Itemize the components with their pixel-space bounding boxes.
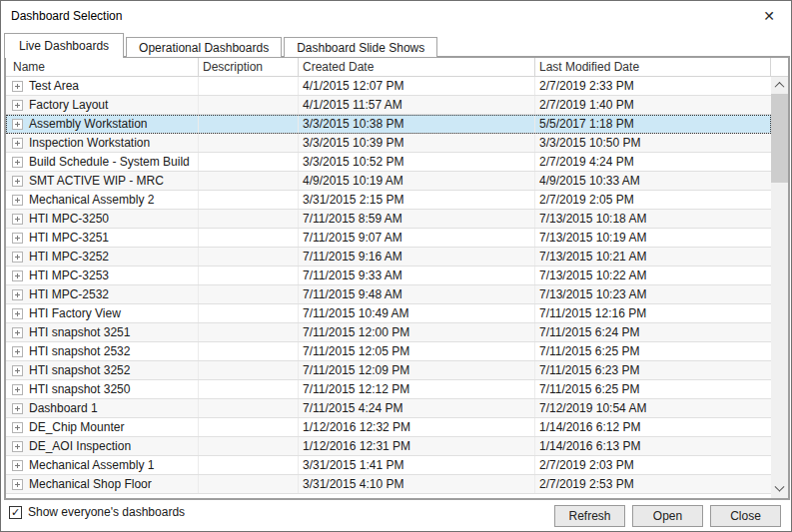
dashboard-name: HTI snapshot 3252 [29,363,130,377]
vertical-scrollbar[interactable] [771,77,788,498]
table-row[interactable]: HTI snapshot 3252 7/11/2015 12:09 PM 7/1… [6,361,771,380]
table-row[interactable]: Build Schedule - System Build 3/3/2015 1… [6,153,771,172]
expand-icon[interactable] [12,479,23,490]
created-date-cell: 7/11/2015 9:07 AM [299,229,535,247]
table-row[interactable]: HTI snapshot 2532 7/11/2015 12:05 PM 7/1… [6,342,771,361]
show-everyones-dashboards-checkbox[interactable]: ✓ [9,506,22,519]
expand-icon[interactable] [12,233,23,244]
created-date: 7/11/2015 12:00 PM [303,325,409,339]
modified-date-cell: 2/7/2019 2:03 PM [535,456,771,474]
scrollbar-thumb[interactable] [771,94,788,183]
last-modified-date: 7/11/2015 6:25 PM [539,344,640,358]
scroll-up-button[interactable] [771,77,788,94]
table-row[interactable]: Assembly Workstation 3/3/2015 10:38 PM 5… [6,115,771,134]
expand-icon[interactable] [12,441,23,452]
name-cell: HTI snapshot 3252 [6,361,199,379]
expand-icon[interactable] [12,138,23,149]
expand-icon[interactable] [12,270,23,281]
table-row[interactable]: Test Area 4/1/2015 12:07 PM 2/7/2019 2:3… [6,77,771,96]
table-row[interactable]: Mechanical Shop Floor 3/31/2015 4:10 PM … [6,475,771,494]
modified-date-cell: 7/13/2015 10:19 AM [535,229,771,247]
tab-strip: Live Dashboards Operational Dashboards D… [4,33,439,58]
expand-icon[interactable] [12,346,23,357]
open-button[interactable]: Open [632,505,703,527]
tab-dashboard-slide-shows[interactable]: Dashboard Slide Shows [284,37,437,58]
close-dialog-button[interactable]: Close [710,505,781,527]
expand-icon[interactable] [12,81,23,92]
show-everyones-dashboards-option[interactable]: ✓ Show everyone's dashboards [9,505,185,519]
created-date: 3/3/2015 10:38 PM [303,117,403,131]
description-cell [199,172,299,190]
close-button[interactable]: ✕ [757,5,781,27]
table-row[interactable]: Factory Layout 4/1/2015 11:57 AM 2/7/201… [6,96,771,115]
expand-icon[interactable] [12,365,23,376]
expand-icon[interactable] [12,403,23,414]
refresh-button[interactable]: Refresh [554,505,625,527]
dashboard-name: HTI Factory View [29,306,121,320]
expand-icon[interactable] [12,327,23,338]
name-cell: HTI Factory View [6,304,199,322]
table-row[interactable]: HTI Factory View 7/11/2015 10:49 AM 7/11… [6,304,771,323]
table-row[interactable]: SMT ACTIVE WIP - MRC 4/9/2015 10:19 AM 4… [6,172,771,191]
table-row[interactable]: HTI snapshot 3251 7/11/2015 12:00 PM 7/1… [6,323,771,342]
created-date-cell: 4/9/2015 10:19 AM [299,172,535,190]
expand-icon[interactable] [12,252,23,263]
dashboard-selection-dialog: Dashboard Selection ✕ Live Dashboards Op… [0,0,792,532]
column-header-stub [771,58,788,76]
expand-icon[interactable] [12,308,23,319]
created-date-cell: 7/11/2015 12:05 PM [299,342,535,360]
dashboard-name: SMT ACTIVE WIP - MRC [29,174,164,188]
column-header-created-date[interactable]: Created Date [299,58,535,76]
table-row[interactable]: Inspection Workstation 3/3/2015 10:39 PM… [6,134,771,153]
expand-icon[interactable] [12,157,23,168]
table-row[interactable]: Mechanical Assembly 1 3/31/2015 1:41 PM … [6,456,771,475]
tab-live-dashboards[interactable]: Live Dashboards [4,33,124,58]
column-header-last-modified-date[interactable]: Last Modified Date [535,58,771,76]
expand-icon[interactable] [12,195,23,206]
name-cell: HTI MPC-2532 [6,285,199,303]
dashboard-name: HTI snapshot 2532 [29,344,130,358]
table-row[interactable]: HTI MPC-2532 7/11/2015 9:48 AM 7/13/2015… [6,285,771,304]
name-cell: Dashboard 1 [6,399,199,417]
created-date: 3/31/2015 1:41 PM [303,458,403,472]
expand-icon[interactable] [12,289,23,300]
modified-date-cell: 1/14/2016 6:12 PM [535,418,771,436]
expand-icon[interactable] [12,384,23,395]
table-row[interactable]: DE_Chip Mounter 1/12/2016 12:32 PM 1/14/… [6,418,771,437]
name-cell: HTI snapshot 3251 [6,323,199,341]
table-row[interactable]: HTI MPC-3251 7/11/2015 9:07 AM 7/13/2015… [6,229,771,248]
created-date: 3/3/2015 10:52 PM [303,155,403,169]
table-row[interactable]: Mechanical Assembly 2 3/31/2015 2:15 PM … [6,191,771,210]
scroll-down-button[interactable] [771,481,788,498]
table-row[interactable]: HTI MPC-3250 7/11/2015 8:59 AM 7/13/2015… [6,210,771,229]
column-header-description[interactable]: Description [199,58,299,76]
name-cell: HTI snapshot 3250 [6,380,199,398]
expand-icon[interactable] [12,176,23,187]
expand-icon[interactable] [12,422,23,433]
created-date-cell: 4/1/2015 11:57 AM [299,96,535,114]
table-row[interactable]: HTI snapshot 3250 7/11/2015 12:12 PM 7/1… [6,380,771,399]
last-modified-date: 7/11/2015 6:25 PM [539,382,640,396]
tab-operational-dashboards[interactable]: Operational Dashboards [126,37,282,58]
expand-icon[interactable] [12,119,23,130]
checkbox-label: Show everyone's dashboards [28,505,185,519]
column-header-name[interactable]: Name [6,58,199,76]
table-row[interactable]: DE_AOI Inspection 1/12/2016 12:31 PM 1/1… [6,437,771,456]
table-row[interactable]: HTI MPC-3252 7/11/2015 9:16 AM 7/13/2015… [6,248,771,266]
expand-icon[interactable] [12,214,23,225]
last-modified-date: 2/7/2019 1:40 PM [539,98,634,112]
dashboard-name: Test Area [29,79,79,93]
name-cell: SMT ACTIVE WIP - MRC [6,172,199,190]
modified-date-cell: 7/12/2019 10:54 AM [535,399,771,417]
created-date: 4/1/2015 12:07 PM [303,79,403,93]
dashboard-name: Mechanical Assembly 1 [29,458,154,472]
table-row[interactable]: HTI MPC-3253 7/11/2015 9:33 AM 7/13/2015… [6,266,771,285]
table-row[interactable]: Dashboard 1 7/11/2015 4:24 PM 7/12/2019 … [6,399,771,418]
created-date-cell: 1/12/2016 12:31 PM [299,437,535,455]
created-date-cell: 7/11/2015 9:33 AM [299,266,535,284]
dashboard-name: Factory Layout [29,98,108,112]
chevron-down-icon [775,482,785,492]
dashboard-name: Mechanical Shop Floor [29,477,152,491]
expand-icon[interactable] [12,100,23,111]
expand-icon[interactable] [12,460,23,471]
